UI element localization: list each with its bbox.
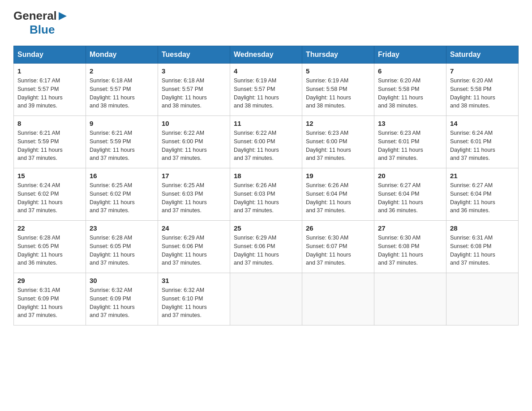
page-header: General Blue xyxy=(13,9,519,37)
logo-general-text: General xyxy=(13,9,57,23)
logo: General Blue xyxy=(13,9,69,37)
calendar-cell: 3Sunrise: 6:18 AMSunset: 5:57 PMDaylight… xyxy=(158,64,230,116)
day-info: Sunrise: 6:28 AMSunset: 6:05 PMDaylight:… xyxy=(90,234,154,267)
calendar-cell xyxy=(446,273,519,325)
day-info: Sunrise: 6:26 AMSunset: 6:03 PMDaylight:… xyxy=(234,181,298,215)
day-info: Sunrise: 6:21 AMSunset: 5:59 PMDaylight:… xyxy=(90,129,154,163)
day-number: 28 xyxy=(450,224,515,232)
day-number: 22 xyxy=(17,224,82,232)
day-number: 1 xyxy=(17,67,82,75)
calendar-header-sunday: Sunday xyxy=(14,46,86,64)
calendar-header-tuesday: Tuesday xyxy=(158,46,230,64)
day-number: 31 xyxy=(162,277,226,284)
day-number: 24 xyxy=(162,224,226,232)
day-info: Sunrise: 6:30 AMSunset: 6:08 PMDaylight:… xyxy=(378,234,442,267)
calendar-cell: 16Sunrise: 6:25 AMSunset: 6:02 PMDayligh… xyxy=(86,168,158,221)
day-info: Sunrise: 6:25 AMSunset: 6:03 PMDaylight:… xyxy=(162,181,226,215)
day-info: Sunrise: 6:23 AMSunset: 6:01 PMDaylight:… xyxy=(378,129,442,163)
day-number: 13 xyxy=(378,120,442,127)
logo-blue-text: Blue xyxy=(30,23,55,37)
day-info: Sunrise: 6:19 AMSunset: 5:57 PMDaylight:… xyxy=(234,77,298,110)
day-info: Sunrise: 6:18 AMSunset: 5:57 PMDaylight:… xyxy=(162,77,226,110)
day-info: Sunrise: 6:23 AMSunset: 6:00 PMDaylight:… xyxy=(306,129,370,163)
day-number: 25 xyxy=(234,224,298,232)
calendar-cell xyxy=(302,273,374,325)
calendar-header-monday: Monday xyxy=(86,46,158,64)
day-info: Sunrise: 6:22 AMSunset: 6:00 PMDaylight:… xyxy=(162,129,226,163)
day-info: Sunrise: 6:29 AMSunset: 6:06 PMDaylight:… xyxy=(162,234,226,267)
day-info: Sunrise: 6:31 AMSunset: 6:08 PMDaylight:… xyxy=(450,234,515,267)
calendar-cell: 7Sunrise: 6:20 AMSunset: 5:58 PMDaylight… xyxy=(446,64,519,116)
day-info: Sunrise: 6:31 AMSunset: 6:09 PMDaylight:… xyxy=(17,286,82,320)
calendar-cell: 23Sunrise: 6:28 AMSunset: 6:05 PMDayligh… xyxy=(86,221,158,273)
day-number: 10 xyxy=(162,120,226,127)
calendar-week-row: 29Sunrise: 6:31 AMSunset: 6:09 PMDayligh… xyxy=(14,273,519,325)
day-info: Sunrise: 6:27 AMSunset: 6:04 PMDaylight:… xyxy=(450,181,515,215)
calendar-cell: 9Sunrise: 6:21 AMSunset: 5:59 PMDaylight… xyxy=(86,116,158,168)
day-info: Sunrise: 6:28 AMSunset: 6:05 PMDaylight:… xyxy=(17,234,82,267)
calendar-cell: 28Sunrise: 6:31 AMSunset: 6:08 PMDayligh… xyxy=(446,221,519,273)
day-number: 6 xyxy=(378,67,442,75)
day-number: 19 xyxy=(306,172,370,180)
calendar-week-row: 22Sunrise: 6:28 AMSunset: 6:05 PMDayligh… xyxy=(14,221,519,273)
logo-arrow-icon xyxy=(58,11,68,21)
calendar-cell: 24Sunrise: 6:29 AMSunset: 6:06 PMDayligh… xyxy=(158,221,230,273)
day-info: Sunrise: 6:20 AMSunset: 5:58 PMDaylight:… xyxy=(378,77,442,110)
calendar-cell: 17Sunrise: 6:25 AMSunset: 6:03 PMDayligh… xyxy=(158,168,230,221)
calendar-cell xyxy=(374,273,446,325)
calendar-cell: 15Sunrise: 6:24 AMSunset: 6:02 PMDayligh… xyxy=(14,168,86,221)
day-info: Sunrise: 6:19 AMSunset: 5:58 PMDaylight:… xyxy=(306,77,370,110)
day-info: Sunrise: 6:22 AMSunset: 6:00 PMDaylight:… xyxy=(234,129,298,163)
day-number: 15 xyxy=(17,172,82,180)
day-number: 17 xyxy=(162,172,226,180)
calendar-cell: 10Sunrise: 6:22 AMSunset: 6:00 PMDayligh… xyxy=(158,116,230,168)
calendar-cell: 29Sunrise: 6:31 AMSunset: 6:09 PMDayligh… xyxy=(14,273,86,325)
day-number: 8 xyxy=(17,120,82,127)
calendar-cell: 31Sunrise: 6:32 AMSunset: 6:10 PMDayligh… xyxy=(158,273,230,325)
calendar-week-row: 1Sunrise: 6:17 AMSunset: 5:57 PMDaylight… xyxy=(14,64,519,116)
day-info: Sunrise: 6:20 AMSunset: 5:58 PMDaylight:… xyxy=(450,77,515,110)
calendar-cell: 30Sunrise: 6:32 AMSunset: 6:09 PMDayligh… xyxy=(86,273,158,325)
calendar-cell: 19Sunrise: 6:26 AMSunset: 6:04 PMDayligh… xyxy=(302,168,374,221)
calendar-week-row: 15Sunrise: 6:24 AMSunset: 6:02 PMDayligh… xyxy=(14,168,519,221)
calendar-header-thursday: Thursday xyxy=(302,46,374,64)
calendar-cell: 14Sunrise: 6:24 AMSunset: 6:01 PMDayligh… xyxy=(446,116,519,168)
day-info: Sunrise: 6:25 AMSunset: 6:02 PMDaylight:… xyxy=(90,181,154,215)
day-info: Sunrise: 6:17 AMSunset: 5:57 PMDaylight:… xyxy=(17,77,82,110)
calendar-cell: 20Sunrise: 6:27 AMSunset: 6:04 PMDayligh… xyxy=(374,168,446,221)
day-number: 12 xyxy=(306,120,370,127)
calendar-cell: 8Sunrise: 6:21 AMSunset: 5:59 PMDaylight… xyxy=(14,116,86,168)
day-number: 2 xyxy=(90,67,154,75)
calendar-cell: 6Sunrise: 6:20 AMSunset: 5:58 PMDaylight… xyxy=(374,64,446,116)
calendar-cell: 4Sunrise: 6:19 AMSunset: 5:57 PMDaylight… xyxy=(230,64,302,116)
day-number: 18 xyxy=(234,172,298,180)
day-number: 27 xyxy=(378,224,442,232)
day-number: 30 xyxy=(90,277,154,284)
day-number: 4 xyxy=(234,67,298,75)
day-number: 16 xyxy=(90,172,154,180)
calendar-cell: 1Sunrise: 6:17 AMSunset: 5:57 PMDaylight… xyxy=(14,64,86,116)
day-info: Sunrise: 6:32 AMSunset: 6:09 PMDaylight:… xyxy=(90,286,154,320)
day-info: Sunrise: 6:29 AMSunset: 6:06 PMDaylight:… xyxy=(234,234,298,267)
day-number: 29 xyxy=(17,277,82,284)
calendar-cell: 13Sunrise: 6:23 AMSunset: 6:01 PMDayligh… xyxy=(374,116,446,168)
day-number: 7 xyxy=(450,67,515,75)
calendar-cell: 5Sunrise: 6:19 AMSunset: 5:58 PMDaylight… xyxy=(302,64,374,116)
day-number: 26 xyxy=(306,224,370,232)
calendar-cell: 12Sunrise: 6:23 AMSunset: 6:00 PMDayligh… xyxy=(302,116,374,168)
day-number: 3 xyxy=(162,67,226,75)
calendar-cell: 22Sunrise: 6:28 AMSunset: 6:05 PMDayligh… xyxy=(14,221,86,273)
calendar-cell xyxy=(230,273,302,325)
day-number: 23 xyxy=(90,224,154,232)
day-info: Sunrise: 6:24 AMSunset: 6:01 PMDaylight:… xyxy=(450,129,515,163)
day-number: 20 xyxy=(378,172,442,180)
svg-marker-0 xyxy=(59,12,67,20)
calendar-header-row: SundayMondayTuesdayWednesdayThursdayFrid… xyxy=(14,46,519,64)
day-number: 9 xyxy=(90,120,154,127)
day-info: Sunrise: 6:24 AMSunset: 6:02 PMDaylight:… xyxy=(17,181,82,215)
calendar-cell: 2Sunrise: 6:18 AMSunset: 5:57 PMDaylight… xyxy=(86,64,158,116)
day-info: Sunrise: 6:32 AMSunset: 6:10 PMDaylight:… xyxy=(162,286,226,320)
day-number: 5 xyxy=(306,67,370,75)
day-number: 21 xyxy=(450,172,515,180)
calendar-header-saturday: Saturday xyxy=(446,46,519,64)
